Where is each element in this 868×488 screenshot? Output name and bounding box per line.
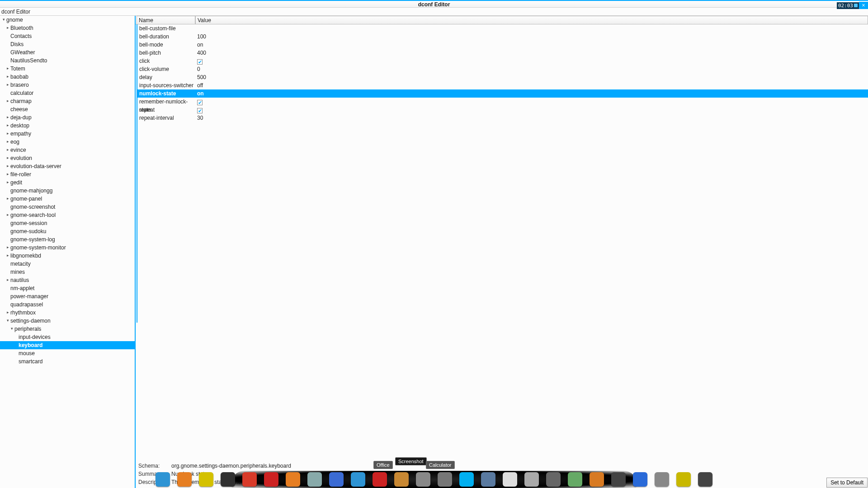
chevron-right-icon[interactable]: ▸ [5,137,10,145]
key-row-repeat-interval[interactable]: repeat-interval30 [137,114,868,122]
dock[interactable] [231,471,637,488]
chevron-right-icon[interactable]: ▸ [5,211,10,219]
chevron-right-icon[interactable]: ▸ [5,23,10,32]
tree-item-Bluetooth[interactable]: ▸Bluetooth [0,24,135,32]
dock-panel-icon[interactable] [611,472,626,487]
dock-monitor-icon[interactable] [698,472,712,487]
tree-item-gnome[interactable]: ▾gnome [0,16,135,24]
key-value[interactable]: 400 [196,49,868,57]
key-value[interactable]: 30 [196,114,868,122]
key-value[interactable] [196,24,868,33]
key-row-delay[interactable]: delay500 [137,73,868,81]
tree-item-Contacts[interactable]: ▸Contacts [0,32,135,40]
tree-item-input-devices[interactable]: ▸input-devices [0,333,135,341]
key-row-bell-duration[interactable]: bell-duration100 [137,33,868,41]
tree-item-baobab[interactable]: ▸baobab [0,73,135,81]
dock-battery-icon[interactable] [655,472,669,487]
tree-item-evolution-data-server[interactable]: ▸evolution-data-server [0,162,135,170]
chevron-right-icon[interactable]: ▸ [5,154,10,162]
chevron-right-icon[interactable]: ▸ [5,129,10,137]
set-to-default-button[interactable]: Set to Default [826,478,868,488]
dock-accessibility-icon[interactable] [633,472,647,487]
chevron-down-icon[interactable]: ▾ [1,16,6,23]
tree-item-NautilusSendto[interactable]: ▸NautilusSendto [0,56,135,65]
key-row-bell-pitch[interactable]: bell-pitch400 [137,49,868,57]
key-row-bell-mode[interactable]: bell-modeon [137,41,868,49]
dock-calculator-icon[interactable] [438,472,452,487]
chevron-right-icon[interactable]: ▸ [5,80,10,89]
dock-time-icon[interactable] [546,472,561,487]
tree-item-libgnomekbd[interactable]: ▸libgnomekbd [0,252,135,260]
checkbox[interactable]: ✔ [197,108,203,113]
tree-item-quadrapassel[interactable]: ▸quadrapassel [0,300,135,309]
key-row-input-sources-switcher[interactable]: input-sources-switcheroff [137,81,868,89]
tree-item-empathy[interactable]: ▸empathy [0,130,135,138]
chevron-right-icon[interactable]: ▸ [5,170,10,178]
dock-lang-icon[interactable] [676,472,691,487]
chevron-right-icon[interactable]: ▸ [5,178,10,186]
dock-java-icon[interactable] [481,472,495,487]
dock-files-icon[interactable] [394,472,409,487]
dock-camera-icon[interactable] [416,472,430,487]
tree-item-smartcard[interactable]: ▸smartcard [0,357,135,366]
dock-terminal-icon[interactable] [221,472,235,487]
tree-item-gnome-mahjongg[interactable]: ▸gnome-mahjongg [0,187,135,195]
tree-item-Disks[interactable]: ▸Disks [0,40,135,48]
chevron-right-icon[interactable]: ▸ [5,308,10,316]
chevron-right-icon[interactable]: ▸ [5,243,10,251]
chevron-right-icon[interactable]: ▸ [5,145,10,154]
tree-item-deja-dup[interactable]: ▸deja-dup [0,113,135,122]
key-value[interactable]: on [196,89,868,98]
chevron-right-icon[interactable]: ▸ [5,276,10,284]
column-header-name[interactable]: Name [137,16,195,24]
chevron-right-icon[interactable]: ▸ [5,162,10,170]
tree-item-settings-daemon[interactable]: ▾settings-daemon [0,317,135,325]
tree-item-calculator[interactable]: ▸calculator [0,89,135,97]
tree-item-rhythmbox[interactable]: ▸rhythmbox [0,309,135,317]
tree-item-evince[interactable]: ▸evince [0,146,135,154]
chevron-down-icon[interactable]: ▾ [9,324,14,333]
tree-item-Totem[interactable]: ▸Totem [0,65,135,73]
key-row-repeat[interactable]: repeat✔ [137,106,868,114]
dock-opera-icon[interactable] [264,472,278,487]
dock-zorin-menu-icon[interactable] [156,472,170,487]
chevron-right-icon[interactable]: ▸ [5,194,10,202]
menubar-app-label[interactable]: dconf Editor [1,9,30,15]
dock-notes-icon[interactable] [503,472,517,487]
dock-pidgin-icon[interactable] [329,472,344,487]
dock-zorin-icon[interactable] [351,472,365,487]
tree-item-mouse[interactable]: ▸mouse [0,349,135,357]
tree-item-gnome-search-tool[interactable]: ▸gnome-search-tool [0,211,135,219]
tree-item-charmap[interactable]: ▸charmap [0,97,135,105]
dock-emacs-icon[interactable] [199,472,213,487]
dock-weather-icon[interactable] [524,472,539,487]
chevron-right-icon[interactable]: ▸ [5,251,10,259]
tree-item-desktop[interactable]: ▸desktop [0,122,135,130]
tree-item-evolution[interactable]: ▸evolution [0,154,135,162]
schema-tree[interactable]: ▾gnome▸Bluetooth▸Contacts▸Disks▸GWeather… [0,16,136,488]
chevron-right-icon[interactable]: ▸ [5,121,10,129]
tree-item-cheese[interactable]: ▸cheese [0,105,135,113]
tree-item-metacity[interactable]: ▸metacity [0,260,135,268]
key-value[interactable]: 0 [196,65,868,73]
tree-item-gnome-panel[interactable]: ▸gnome-panel [0,195,135,203]
key-value[interactable]: ✔ [196,57,868,65]
tree-item-gnome-sudoku[interactable]: ▸gnome-sudoku [0,227,135,235]
tree-item-eog[interactable]: ▸eog [0,138,135,146]
key-row-click[interactable]: click✔ [137,57,868,65]
dock-android-icon[interactable] [568,472,582,487]
close-button[interactable]: × [859,2,868,9]
chevron-right-icon[interactable]: ▸ [5,64,10,72]
tree-item-peripherals[interactable]: ▾peripherals [0,325,135,333]
menubar[interactable]: dconf Editor [0,8,868,16]
dock-bird-icon[interactable] [307,472,322,487]
tree-item-gnome-system-monitor[interactable]: ▸gnome-system-monitor [0,244,135,252]
tree-item-nm-applet[interactable]: ▸nm-applet [0,284,135,292]
chevron-right-icon[interactable]: ▸ [5,72,10,80]
tree-item-mines[interactable]: ▸mines [0,268,135,276]
chevron-right-icon[interactable]: ▸ [5,97,10,105]
tree-item-brasero[interactable]: ▸brasero [0,81,135,89]
key-value[interactable]: 100 [196,33,868,41]
key-value[interactable]: 500 [196,73,868,81]
key-row-bell-custom-file[interactable]: bell-custom-file [137,24,868,33]
